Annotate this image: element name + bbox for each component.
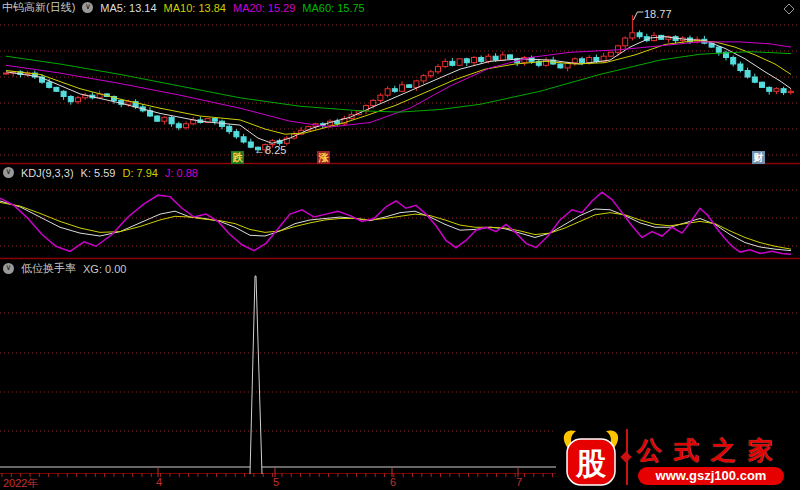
x-axis-label-7: 7	[516, 476, 522, 488]
event-tag-cai[interactable]: 财	[752, 151, 765, 164]
kdj-title: KDJ(9,3,3)	[21, 167, 74, 179]
bull-logo-icon: 股	[558, 426, 624, 488]
kdj-panel-header: ∨ KDJ(9,3,3) K: 5.59 D: 7.94 J: 0.88	[3, 166, 198, 179]
event-tag-die[interactable]: 跌	[231, 151, 244, 164]
xg-panel-header: ∨ 低位换手率 XG: 0.00	[3, 262, 126, 275]
x-axis-label-6: 6	[390, 476, 396, 488]
xg-value: XG: 0.00	[83, 263, 126, 275]
svg-text:股: 股	[575, 447, 607, 480]
main-panel-header: 中钨高新(日线) ∨ MA5: 13.14 MA10: 13.84 MA20: …	[2, 1, 365, 14]
event-tag-zhang[interactable]: 涨	[317, 151, 330, 164]
x-axis-label-year: 2022年	[3, 476, 38, 490]
high-price-annotation: 18.77	[644, 8, 672, 20]
x-axis-label-4: 4	[156, 476, 162, 488]
kdj-k-value: K: 5.59	[81, 167, 116, 179]
ma20-label: MA20: 15.29	[233, 2, 295, 14]
stock-chart-window: { "window": { "title": "中钨高新(日线)" }, "ma…	[0, 0, 800, 490]
x-axis-label-5: 5	[273, 476, 279, 488]
chart-canvas[interactable]	[0, 0, 800, 490]
xg-title: 低位换手率	[21, 261, 76, 276]
kdj-j-value: J: 0.88	[165, 167, 198, 179]
site-url-badge: www.gszj100.com	[638, 467, 784, 485]
kdj-d-value: D: 7.94	[122, 167, 157, 179]
ma10-label: MA10: 13.84	[164, 2, 226, 14]
ma60-label: MA60: 15.75	[302, 2, 364, 14]
chevron-down-icon[interactable]: ∨	[3, 263, 14, 274]
chevron-down-icon[interactable]: ∨	[3, 167, 14, 178]
ma5-label: MA5: 13.14	[100, 2, 156, 14]
low-price-annotation: ←8.25	[254, 144, 286, 156]
site-watermark: 股 公式之家 www.gszj100.com	[556, 424, 800, 490]
chevron-down-icon[interactable]: ∨	[82, 2, 93, 13]
stock-title: 中钨高新(日线)	[2, 0, 75, 15]
site-name: 公式之家	[636, 434, 786, 467]
